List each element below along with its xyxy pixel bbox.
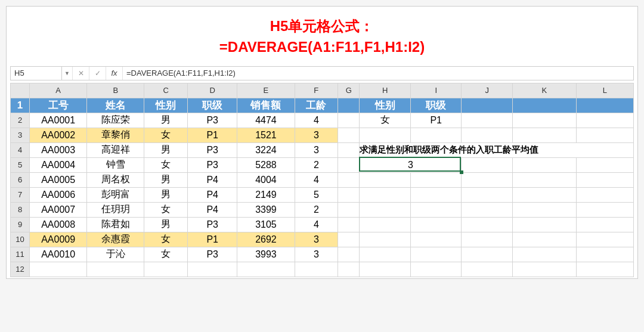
cell-blank[interactable]: [576, 157, 633, 172]
row-header-2[interactable]: 2: [11, 113, 30, 128]
cell-blank[interactable]: [576, 232, 633, 247]
selection-fill-handle[interactable]: [460, 170, 463, 174]
cell-name[interactable]: 于沁: [87, 247, 144, 262]
cell-sales[interactable]: 4004: [237, 172, 295, 187]
cell-id[interactable]: AA0010: [30, 247, 87, 262]
cell-blank[interactable]: [410, 128, 461, 142]
cell-blank[interactable]: [512, 113, 576, 128]
cell-id[interactable]: AA0003: [30, 142, 87, 157]
cell-sales[interactable]: 2149: [237, 187, 295, 202]
cell-level[interactable]: P3: [188, 247, 237, 262]
cell-blank[interactable]: [360, 187, 410, 202]
cell-years[interactable]: 4: [295, 113, 338, 128]
row-header-10[interactable]: 10: [11, 232, 30, 247]
cell-id[interactable]: AA0001: [30, 113, 87, 128]
cell-name[interactable]: 周名权: [87, 172, 144, 187]
cell-blank[interactable]: [512, 232, 576, 247]
cell-id[interactable]: AA0009: [30, 232, 87, 247]
cell-G10[interactable]: [338, 232, 360, 247]
cell-gender[interactable]: 男: [144, 187, 188, 202]
cell-sales[interactable]: 3399: [237, 202, 295, 217]
cell-blank[interactable]: [30, 262, 87, 277]
cell-id[interactable]: AA0006: [30, 187, 87, 202]
row-header-9[interactable]: 9: [11, 217, 30, 232]
cell-gender[interactable]: 男: [144, 142, 188, 157]
result-cell[interactable]: 3: [360, 157, 462, 172]
cell-years[interactable]: 4: [295, 217, 338, 232]
cell-name[interactable]: 陈应荣: [87, 113, 144, 128]
cell-years[interactable]: 3: [295, 128, 338, 142]
cell-G7[interactable]: [338, 187, 360, 202]
cell-G2[interactable]: [338, 113, 360, 128]
cell-blank[interactable]: [462, 98, 512, 113]
col-header-D[interactable]: D: [188, 83, 237, 98]
cell-id[interactable]: AA0004: [30, 157, 87, 172]
criteria-value-gender[interactable]: 女: [360, 113, 410, 128]
cell-years[interactable]: 3: [295, 232, 338, 247]
formula-input[interactable]: =DAVERAGE(A1:F11,F1,H1:I2): [123, 67, 633, 80]
col-header-H[interactable]: H: [360, 83, 410, 98]
cell-blank[interactable]: [144, 262, 188, 277]
cell-blank[interactable]: [410, 232, 461, 247]
cell-blank[interactable]: [462, 262, 512, 277]
col-header-G[interactable]: G: [338, 83, 360, 98]
cell-name[interactable]: 彭明富: [87, 187, 144, 202]
cell-blank[interactable]: [576, 202, 633, 217]
cell-id[interactable]: AA0008: [30, 217, 87, 232]
cell-blank[interactable]: [188, 262, 237, 277]
cell-level[interactable]: P3: [188, 217, 237, 232]
cell-sales[interactable]: 3224: [237, 142, 295, 157]
cell-blank[interactable]: [512, 202, 576, 217]
cell-years[interactable]: 2: [295, 202, 338, 217]
col-header-F[interactable]: F: [295, 83, 338, 98]
cell-blank[interactable]: [360, 217, 410, 232]
cell-blank[interactable]: [462, 172, 512, 187]
cell-blank[interactable]: [576, 128, 633, 142]
cell-blank[interactable]: [462, 157, 512, 172]
cell-blank[interactable]: [360, 232, 410, 247]
cell-blank[interactable]: [512, 247, 576, 262]
cell-G9[interactable]: [338, 217, 360, 232]
cell-sales[interactable]: 5288: [237, 157, 295, 172]
cell-gender[interactable]: 男: [144, 172, 188, 187]
col-header-E[interactable]: E: [237, 83, 295, 98]
cell-G11[interactable]: [338, 247, 360, 262]
cell-blank[interactable]: [295, 262, 338, 277]
cell-blank[interactable]: [462, 217, 512, 232]
cell-name[interactable]: 章黎俏: [87, 128, 144, 142]
cell-blank[interactable]: [512, 98, 576, 113]
cell-blank[interactable]: [462, 202, 512, 217]
col-header-C[interactable]: C: [144, 83, 188, 98]
cell-blank[interactable]: [462, 247, 512, 262]
row-header-11[interactable]: 11: [11, 247, 30, 262]
cell-blank[interactable]: [410, 217, 461, 232]
cell-id[interactable]: AA0002: [30, 128, 87, 142]
cell-name[interactable]: 陈君如: [87, 217, 144, 232]
cell-level[interactable]: P4: [188, 202, 237, 217]
cell-level[interactable]: P4: [188, 172, 237, 187]
cell-blank[interactable]: [410, 187, 461, 202]
cell-years[interactable]: 3: [295, 247, 338, 262]
cell-blank[interactable]: [462, 128, 512, 142]
cell-sales[interactable]: 3105: [237, 217, 295, 232]
col-header-J[interactable]: J: [462, 83, 512, 98]
cell-gender[interactable]: 男: [144, 217, 188, 232]
cell-level[interactable]: P3: [188, 142, 237, 157]
cell-blank[interactable]: [360, 172, 410, 187]
name-box-dropdown-icon[interactable]: ▼: [62, 67, 73, 80]
cell-blank[interactable]: [576, 98, 633, 113]
row-header-6[interactable]: 6: [11, 172, 30, 187]
fx-icon[interactable]: fx: [106, 67, 123, 80]
row-header-4[interactable]: 4: [11, 142, 30, 157]
cell-years[interactable]: 3: [295, 142, 338, 157]
cell-G4[interactable]: [338, 142, 360, 157]
cell-blank[interactable]: [576, 172, 633, 187]
cell-name[interactable]: 钟雪: [87, 157, 144, 172]
cell-blank[interactable]: [360, 128, 410, 142]
cell-G6[interactable]: [338, 172, 360, 187]
cell-sales[interactable]: 1521: [237, 128, 295, 142]
cell-blank[interactable]: [512, 172, 576, 187]
cell-name[interactable]: 任玥玥: [87, 202, 144, 217]
cell-blank[interactable]: [410, 202, 461, 217]
col-header-K[interactable]: K: [512, 83, 576, 98]
